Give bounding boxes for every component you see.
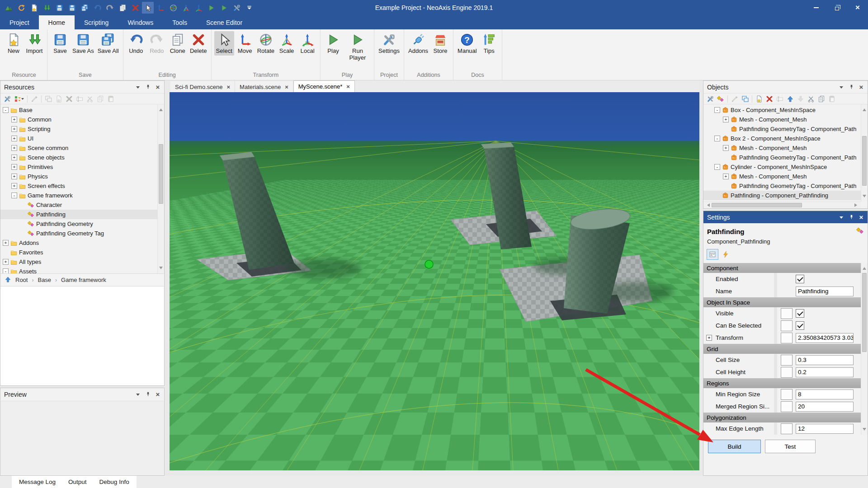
object-item-box-2-component-meshinspace[interactable]: -Box 2 - Component_MeshInSpace	[703, 134, 861, 143]
ribbon-button-clone[interactable]: Clone	[168, 31, 188, 56]
close-tab-icon[interactable]: ×	[226, 84, 230, 90]
box-object[interactable]	[220, 152, 294, 270]
resource-item-game-framework[interactable]: -Game framework	[0, 191, 157, 200]
ribbon-button-addons[interactable]: Addons	[407, 31, 429, 56]
resource-item-pathfinding[interactable]: Pathfinding	[0, 210, 157, 219]
cell-size-input[interactable]: 0.3	[796, 355, 854, 365]
resource-item-addons[interactable]: +Addons	[0, 238, 157, 248]
qat-menu-button[interactable]	[243, 2, 255, 14]
resource-item-pathfinding-geometry-tag[interactable]: Pathfinding Geometry Tag	[0, 229, 157, 238]
max-edge-length-input[interactable]: 12	[796, 424, 854, 434]
expander-expand-icon[interactable]: +	[11, 136, 17, 141]
ribbon-button-select[interactable]: Select	[214, 31, 234, 56]
rename-button[interactable]	[76, 95, 83, 103]
settings-scrollbar[interactable]	[861, 263, 868, 435]
object-item-mesh-component-mesh[interactable]: +Mesh - Component_Mesh	[703, 172, 861, 181]
qat-neoaxis-logo-button[interactable]	[3, 2, 14, 14]
copy-button[interactable]	[818, 95, 825, 103]
qat-save-button[interactable]	[53, 2, 65, 14]
scene-viewport[interactable]	[170, 92, 699, 470]
breadcrumb-item-root[interactable]: Root	[15, 277, 28, 283]
expander-collapse-icon[interactable]: -	[11, 192, 17, 198]
scroll-thumb[interactable]	[862, 273, 867, 352]
maximize-button[interactable]	[826, 0, 847, 15]
expander-expand-icon[interactable]: +	[3, 240, 9, 246]
open-windows-button[interactable]	[741, 95, 749, 103]
default-value-box[interactable]	[781, 308, 793, 319]
expand-toggle-icon[interactable]: +	[706, 335, 712, 341]
panel-close-icon[interactable]: ×	[155, 392, 160, 397]
resource-item-all-types[interactable]: +All types	[0, 257, 157, 267]
panel-pin-icon[interactable]	[145, 84, 151, 90]
resource-item-physics[interactable]: +Physics	[0, 172, 157, 181]
scroll-down-icon[interactable]	[863, 195, 866, 199]
resource-item-common[interactable]: +Common	[0, 115, 157, 124]
ribbon-button-manual[interactable]: ?Manual	[456, 31, 478, 56]
object-item-cylinder-component-meshinspace[interactable]: -Cylinder - Component_MeshInSpace	[703, 162, 861, 172]
expander-expand-icon[interactable]: +	[11, 183, 17, 189]
qat-local-button[interactable]	[193, 2, 204, 14]
paste-button[interactable]	[828, 95, 835, 103]
scroll-thumb[interactable]	[159, 144, 163, 204]
resource-item-primitives[interactable]: +Primitives	[0, 162, 157, 172]
document-tab-myscene-scene[interactable]: MyScene.scene*×	[293, 80, 355, 92]
scroll-up-icon[interactable]	[863, 107, 866, 111]
default-value-box[interactable]	[781, 367, 793, 378]
new-resource-button[interactable]	[55, 95, 62, 103]
ribbon-button-save-as[interactable]: Save As	[71, 31, 95, 56]
expander-collapse-icon[interactable]: -	[3, 268, 9, 273]
display-options-button[interactable]	[14, 95, 24, 103]
ribbon-button-rotate[interactable]: Rotate	[256, 31, 276, 56]
resource-item-scene-objects[interactable]: +Scene objects	[0, 153, 157, 162]
qat-save-as-button[interactable]	[66, 2, 78, 14]
expander-expand-icon[interactable]: +	[723, 117, 729, 122]
resource-item-scene-common[interactable]: +Scene common	[0, 143, 157, 153]
qat-delete-button[interactable]	[129, 2, 141, 14]
edit-button[interactable]	[731, 95, 738, 103]
object-item-box-component-meshinspace[interactable]: -Box - Component_MeshInSpace	[703, 105, 861, 115]
qat-rotate-button[interactable]	[167, 2, 179, 14]
expander-expand-icon[interactable]: +	[11, 164, 17, 170]
qat-clone-button[interactable]	[117, 2, 128, 14]
rename-button[interactable]	[776, 95, 783, 103]
scroll-down-icon[interactable]	[159, 267, 163, 271]
delete-button[interactable]	[66, 95, 73, 103]
settings-tools-button[interactable]	[4, 95, 11, 103]
object-item-pathfinding-component-pathfinding[interactable]: Pathfinding - Component_Pathfinding	[703, 191, 861, 200]
merged-region-si-input[interactable]: 20	[796, 402, 854, 412]
cut-button[interactable]	[807, 95, 815, 103]
scroll-right-icon[interactable]	[854, 203, 859, 207]
close-button[interactable]: ×	[847, 0, 868, 15]
status-tab-message-log[interactable]: Message Log	[19, 479, 56, 485]
resource-item-character[interactable]: Character	[0, 200, 157, 210]
enabled-checkbox[interactable]	[796, 275, 804, 283]
ribbon-button-new[interactable]: New	[4, 31, 24, 56]
ribbon-button-settings[interactable]: Settings	[377, 31, 401, 56]
object-item-pathfinding-geometrytag-component-path[interactable]: Pathfinding GeometryTag - Component_Path	[703, 181, 861, 191]
qat-select-button[interactable]	[142, 2, 154, 14]
visible-checkbox[interactable]	[796, 309, 804, 318]
status-tab-debug-info[interactable]: Debug Info	[99, 479, 129, 485]
properties-tab-button[interactable]	[707, 249, 718, 260]
panel-menu-icon[interactable]	[135, 84, 141, 90]
ribbon-button-scale[interactable]: Scale	[277, 31, 297, 56]
expander-expand-icon[interactable]: +	[3, 259, 9, 265]
ribbon-button-move[interactable]: Move	[235, 31, 255, 56]
open-button[interactable]	[45, 95, 52, 103]
settings-tools-button[interactable]	[707, 95, 714, 103]
ribbon-tab-windows[interactable]: Windows	[118, 15, 163, 29]
panel-menu-icon[interactable]	[839, 84, 844, 90]
panel-close-icon[interactable]: ×	[859, 84, 864, 90]
document-tab-sci-fi-demo-scene[interactable]: Sci-fi Demo.scene×	[170, 81, 235, 92]
resource-item-base[interactable]: -Base	[0, 105, 157, 115]
cell-height-input[interactable]: 0.2	[796, 367, 854, 377]
ribbon-button-store[interactable]: Store	[430, 31, 450, 56]
resource-item-screen-effects[interactable]: +Screen effects	[0, 181, 157, 191]
cut-button[interactable]	[86, 95, 94, 103]
expander-collapse-icon[interactable]: -	[714, 107, 720, 113]
paste-button[interactable]	[107, 95, 114, 103]
ribbon-button-play[interactable]: Play	[323, 31, 343, 56]
object-item-mesh-component-mesh[interactable]: +Mesh - Component_Mesh	[703, 115, 861, 124]
scroll-down-icon[interactable]	[863, 428, 866, 432]
panel-pin-icon[interactable]	[849, 84, 854, 90]
